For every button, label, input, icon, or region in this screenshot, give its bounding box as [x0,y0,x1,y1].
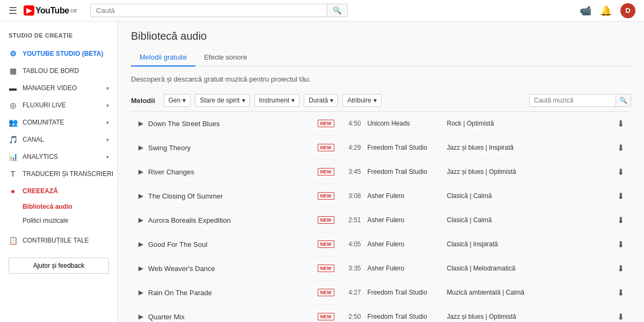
atribuire-filter[interactable]: Atribuire ▾ [342,94,382,107]
stare-filter[interactable]: Stare de spirit ▾ [195,94,250,107]
play-button[interactable]: ▶ [133,285,148,300]
community-icon: 👥 [9,118,17,127]
content-area: Bibliotecă audio Melodii gratuite Efecte… [118,21,644,322]
page-title: Bibliotecă audio [131,30,631,42]
chevron-down-icon: ▾ [330,97,333,104]
instrument-filter[interactable]: Instrument ▾ [254,94,300,107]
sidebar-item-analytics[interactable]: 📊 ANALYTICS ▾ [0,148,118,165]
chevron-down-icon: ▾ [242,97,245,104]
table-row: ▶ Swing Theory NEW 4:29 Freedom Trail St… [131,136,631,160]
sidebar-item-label: COMUNITATE [23,119,64,126]
download-button[interactable]: ⬇ [612,312,629,322]
search-music-icon: 🔍 [616,94,631,106]
play-button[interactable]: ▶ [133,164,148,179]
table-row: ▶ Down The Street Blues NEW 4:50 Unicorn… [131,112,631,136]
song-duration: 4:50 [334,120,361,127]
sidebar-item-fluxuri-live[interactable]: ◎ FLUXURI LIVE ▾ [0,97,118,114]
song-table: ▶ Down The Street Blues NEW 4:50 Unicorn… [131,112,631,322]
chevron-down-icon: ▾ [106,120,109,126]
search-music-input[interactable] [530,94,616,106]
tab-efecte[interactable]: Efecte sonore [195,49,255,67]
song-title: Aurora Borealis Expedition [148,216,313,224]
sidebar-sub-item-politici[interactable]: Politici muzicale [0,214,118,228]
sidebar-item-label: TRADUCERI ȘI TRANSCRIERI [23,170,113,178]
play-button[interactable]: ▶ [133,237,148,252]
sidebar-item-label: ANALYTICS [23,153,58,160]
new-badge: NEW [318,240,334,248]
download-button[interactable]: ⬇ [612,264,629,274]
download-button[interactable]: ⬇ [612,288,629,298]
song-duration: 3:08 [334,192,361,200]
contributions-icon: 📋 [9,236,17,245]
gen-filter[interactable]: Gen ▾ [164,94,191,107]
song-artist: Freedom Trail Studio [361,168,447,175]
song-genre: Jazz și blues | Optimistă [447,168,612,175]
table-row: ▶ Quarter Mix NEW 2:50 Freedom Trail Stu… [131,305,631,322]
sidebar-item-label: YOUTUBE STUDIO (BETA) [23,50,103,57]
song-artist: Freedom Trail Studio [361,144,447,151]
bell-icon[interactable]: 🔔 [600,5,612,17]
sidebar-item-label: CREEEAZĂ [23,187,58,195]
tabs-bar: Melodii gratuite Efecte sonore [131,49,631,67]
new-badge: NEW [318,313,334,320]
sidebar-item-traduceri[interactable]: T TRADUCERI ȘI TRANSCRIERI ▾ [0,165,118,182]
download-button[interactable]: ⬇ [612,119,629,129]
chevron-down-icon: ▾ [106,137,109,143]
main-content: Bibliotecă audio Melodii gratuite Efecte… [118,21,644,322]
new-badge: NEW [318,120,334,127]
download-button[interactable]: ⬇ [612,167,629,177]
download-button[interactable]: ⬇ [612,143,629,153]
chevron-down-icon: ▾ [291,97,295,104]
sidebar-item-label: CANAL [23,136,44,143]
play-button[interactable]: ▶ [133,116,148,131]
sidebar-item-manager-video[interactable]: ▬ MANAGER VIDEO ▾ [0,79,118,97]
youtube-logo: ▶ YouTubeDE [24,5,77,16]
avatar[interactable]: D [620,3,635,18]
sidebar-item-canal[interactable]: 🎵 CANAL ▾ [0,131,118,148]
feedback-button[interactable]: Ajutor și feedback [9,258,109,274]
song-duration: 3:35 [334,265,361,272]
download-button[interactable]: ⬇ [612,215,629,225]
play-button[interactable]: ▶ [133,309,148,322]
song-genre: Clasică | Melodramatică [447,265,612,272]
chevron-down-icon: ▾ [182,97,186,104]
sidebar-sub-item-biblioteca[interactable]: Bibliotecă audio [0,200,118,214]
song-duration: 4:05 [334,240,361,248]
create-icon: ● [9,187,17,195]
sidebar-item-youtube-studio[interactable]: ⚙ YOUTUBE STUDIO (BETA) [0,45,118,62]
download-button[interactable]: ⬇ [612,191,629,201]
play-button[interactable]: ▶ [133,140,148,155]
song-title: River Changes [148,168,313,176]
durata-filter[interactable]: Durată ▾ [304,94,338,107]
play-button[interactable]: ▶ [133,213,148,228]
tab-melodii[interactable]: Melodii gratuite [131,49,195,67]
sidebar-item-contributiile[interactable]: 📋 CONTRIBUȚIILE TALE [0,232,118,249]
search-music-bar: 🔍 [529,94,631,107]
song-genre: Muzică ambientală | Calmă [447,289,612,296]
new-badge: NEW [318,289,334,296]
song-title: Down The Street Blues [148,120,313,128]
sidebar-item-label: TABLOU DE BORD [23,67,79,75]
search-button[interactable]: 🔍 [327,4,347,17]
hamburger-menu[interactable]: ☰ [9,5,17,17]
instrument-label: Instrument [259,97,290,104]
table-row: ▶ Good For The Soul NEW 4:05 Asher Fuler… [131,232,631,257]
download-button[interactable]: ⬇ [612,239,629,250]
video-camera-icon[interactable]: 📹 [580,5,591,17]
new-badge: NEW [318,144,334,151]
chevron-down-icon: ▾ [106,154,109,160]
search-input[interactable] [91,4,327,17]
song-genre: Clasică | Calmă [447,216,612,224]
sidebar-item-comunitate[interactable]: 👥 COMUNITATE ▾ [0,114,118,131]
sidebar-item-creeaza[interactable]: ● CREEEAZĂ [0,182,118,200]
song-artist: Asher Fulero [361,192,447,200]
studio-icon: ⚙ [9,49,17,58]
song-duration: 2:51 [334,216,361,224]
sidebar-title: STUDIO DE CREAȚIE [0,28,118,45]
layout: STUDIO DE CREAȚIE ⚙ YOUTUBE STUDIO (BETA… [0,21,644,322]
play-button[interactable]: ▶ [133,261,148,276]
play-button[interactable]: ▶ [133,188,148,203]
sidebar-item-tablou-de-bord[interactable]: ▦ TABLOU DE BORD [0,62,118,79]
gen-label: Gen [169,97,181,104]
yt-text: YouTube [35,6,69,16]
